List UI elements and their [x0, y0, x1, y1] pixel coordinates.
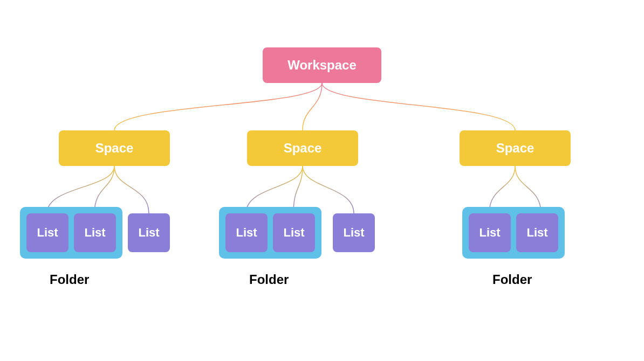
- list-label: List: [84, 226, 105, 240]
- list-label: List: [138, 226, 159, 240]
- list-node-standalone-1: List: [128, 213, 170, 252]
- list-label: List: [343, 226, 364, 240]
- list-node: List: [225, 213, 268, 252]
- space-node-2: Space: [247, 130, 358, 166]
- workspace-label: Workspace: [287, 58, 357, 73]
- list-label: List: [236, 226, 257, 240]
- folder-label-2: Folder: [249, 272, 289, 287]
- list-label: List: [479, 226, 500, 240]
- list-node: List: [273, 213, 315, 252]
- list-label: List: [526, 226, 547, 240]
- folder-label-1: Folder: [50, 272, 89, 287]
- folder-container-2: List List: [219, 207, 321, 259]
- list-node: List: [469, 213, 511, 252]
- folder-label-3: Folder: [492, 272, 532, 287]
- list-node: List: [74, 213, 116, 252]
- hierarchy-diagram: Workspace Space Space Space List List Li…: [0, 0, 644, 361]
- workspace-node: Workspace: [263, 47, 381, 83]
- list-node-standalone-2: List: [333, 213, 375, 252]
- space-node-1: Space: [59, 130, 170, 166]
- space-label: Space: [284, 141, 322, 156]
- space-label: Space: [95, 141, 134, 156]
- list-node: List: [516, 213, 558, 252]
- list-node: List: [26, 213, 68, 252]
- list-label: List: [37, 226, 58, 240]
- space-label: Space: [496, 141, 535, 156]
- space-node-3: Space: [460, 130, 571, 166]
- folder-container-3: List List: [462, 207, 565, 259]
- folder-container-1: List List: [20, 207, 122, 259]
- list-label: List: [283, 226, 304, 240]
